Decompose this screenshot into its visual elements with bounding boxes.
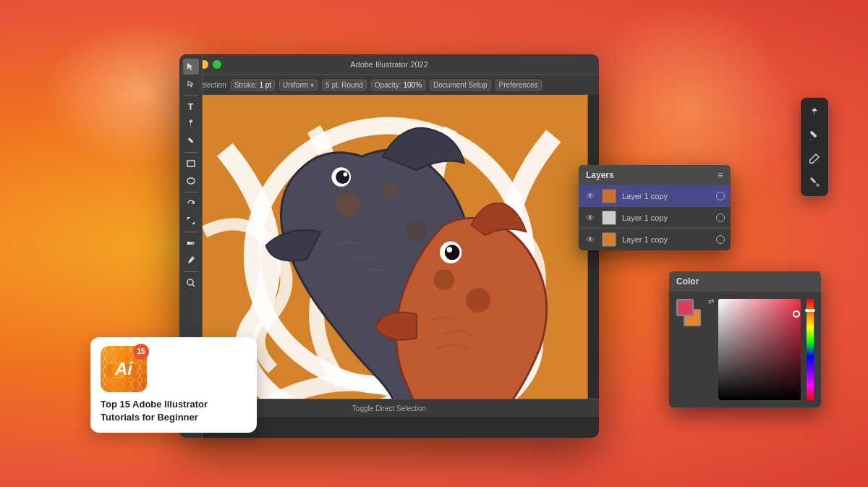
stroke-style[interactable]: Uniform ▾ — [279, 80, 318, 90]
badge-icon-container: Ai 15 — [101, 346, 147, 392]
layer-thumb-2 — [602, 211, 616, 225]
document-setup-btn[interactable]: Document Setup — [430, 80, 491, 90]
badge-title: Top 15 Adobe Illustrator Tutorials for B… — [101, 398, 247, 424]
color-swatches-container: ⇄ — [676, 299, 712, 335]
tool-direct-select[interactable] — [183, 76, 199, 92]
layers-menu-icon[interactable]: ≡ — [718, 169, 723, 181]
preferences-btn[interactable]: Preferences — [495, 80, 542, 90]
layers-panel: Layers ≡ 👁 Layer 1 copy 👁 Layer 1 copy 👁… — [579, 165, 731, 250]
swap-colors-icon[interactable]: ⇄ — [708, 297, 714, 305]
layer-visibility-3[interactable]: 👁 — [584, 234, 596, 245]
svg-rect-3 — [187, 242, 195, 245]
svg-point-16 — [445, 245, 460, 260]
layer-circle-2 — [716, 213, 725, 222]
svg-point-11 — [407, 221, 427, 242]
layer-item-3[interactable]: 👁 Layer 1 copy — [579, 229, 731, 250]
layer-circle-3 — [716, 235, 725, 244]
opacity-control[interactable]: Opacity: 100% — [371, 80, 425, 90]
right-floating-toolbar — [801, 98, 828, 196]
tool-gradient[interactable] — [183, 235, 199, 251]
stroke-control[interactable]: Stroke: 1 pt — [231, 80, 275, 90]
svg-point-19 — [434, 269, 454, 289]
layers-panel-header: Layers ≡ — [579, 165, 731, 185]
tool-pencil[interactable] — [183, 133, 199, 149]
layers-panel-title: Layers — [586, 170, 614, 180]
svg-rect-23 — [810, 131, 817, 138]
layer-circle-1 — [716, 192, 725, 200]
hue-cursor — [805, 309, 815, 312]
svg-point-13 — [336, 170, 349, 184]
rt-paint-bucket-tool[interactable] — [804, 171, 825, 192]
rt-brush-tool[interactable] — [804, 148, 825, 169]
tool-pen[interactable] — [183, 116, 199, 132]
svg-point-2 — [187, 178, 195, 184]
svg-point-10 — [381, 182, 398, 199]
tool-type[interactable]: T — [183, 98, 199, 114]
layer-item-1[interactable]: 👁 Layer 1 copy — [579, 185, 731, 207]
tool-separator-1 — [184, 95, 198, 96]
color-hue-bar[interactable] — [807, 299, 814, 400]
tool-rectangle[interactable] — [183, 156, 199, 171]
bottom-bar-text: Toggle Direct Selection — [352, 405, 426, 412]
rt-pen-tool[interactable] — [804, 102, 825, 122]
tool-rotate[interactable] — [183, 195, 199, 211]
layer-name-1: Layer 1 copy — [622, 192, 710, 200]
tool-ellipse[interactable] — [183, 173, 199, 189]
brush-size[interactable]: 5 pt. Round — [322, 80, 367, 90]
svg-point-18 — [466, 288, 490, 313]
tool-separator-2 — [184, 152, 198, 153]
tool-zoom[interactable] — [183, 275, 199, 291]
tool-eyedropper[interactable] — [183, 253, 199, 268]
layer-item-2[interactable]: 👁 Layer 1 copy — [579, 207, 731, 229]
color-swatch-fg[interactable] — [676, 299, 694, 316]
layer-visibility-1[interactable]: 👁 — [584, 190, 596, 202]
color-picker-cursor — [793, 310, 800, 318]
layer-thumb-3 — [602, 232, 616, 247]
color-gradient-dark — [718, 299, 801, 400]
svg-point-24 — [817, 184, 820, 187]
svg-point-4 — [192, 257, 194, 259]
svg-point-17 — [447, 247, 453, 253]
tool-separator-5 — [184, 271, 198, 272]
tool-separator-3 — [184, 192, 198, 192]
color-panel-body: ⇄ — [669, 292, 821, 407]
tool-scale[interactable] — [183, 213, 199, 229]
layer-name-3: Layer 1 copy — [622, 235, 710, 244]
svg-point-5 — [187, 279, 193, 285]
badge-top: Ai 15 — [101, 346, 247, 392]
badge-card: Ai 15 Top 15 Adobe Illustrator Tutorials… — [90, 337, 257, 433]
layer-thumb-1 — [602, 189, 616, 203]
window-titlebar: Adobe Illustrator 2022 — [179, 54, 599, 75]
badge-count: 15 — [133, 344, 149, 360]
color-gradient-picker[interactable] — [718, 299, 801, 400]
layer-visibility-2[interactable]: 👁 — [584, 212, 596, 224]
toolbar-row: No Selection Stroke: 1 pt Uniform ▾ 5 pt… — [179, 75, 599, 95]
svg-rect-1 — [187, 161, 195, 166]
svg-line-6 — [192, 284, 195, 287]
svg-rect-0 — [187, 137, 193, 143]
color-panel: Color ⇄ — [669, 271, 821, 407]
window-title: Adobe Illustrator 2022 — [350, 60, 428, 69]
svg-point-14 — [344, 172, 348, 177]
fullscreen-button[interactable] — [213, 60, 221, 69]
layer-name-2: Layer 1 copy — [622, 213, 710, 222]
badge-ai-icon-text: Ai — [115, 359, 132, 379]
color-panel-header: Color — [669, 271, 821, 292]
tool-select[interactable] — [183, 59, 199, 75]
color-panel-title: Color — [676, 276, 699, 287]
svg-point-9 — [336, 192, 360, 216]
tool-separator-4 — [184, 232, 198, 232]
rt-pencil-tool[interactable] — [804, 125, 825, 145]
